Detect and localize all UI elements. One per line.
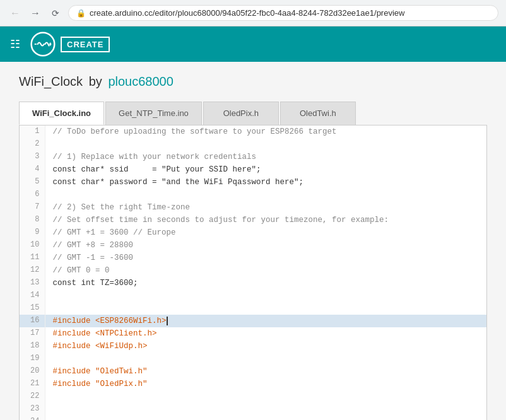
line-content xyxy=(45,416,486,420)
line-content: // ToDo before uploading the software to… xyxy=(45,125,486,138)
code-line-3: 3// 1) Replace with your network credent… xyxy=(20,151,486,163)
grid-menu-icon[interactable]: ☷ xyxy=(10,37,20,51)
code-line-4: 4const char* ssid = "Put your SSID here"… xyxy=(20,163,486,176)
app-header: ☷ CREATE xyxy=(0,26,506,62)
line-content: // Set offset time in seconds to adjust … xyxy=(45,214,486,226)
line-number: 15 xyxy=(20,302,45,315)
forward-button[interactable]: → xyxy=(28,6,43,21)
line-number: 21 xyxy=(20,378,45,390)
browser-toolbar: ← → ⟳ 🔒 create.arduino.cc/editor/plouc68… xyxy=(0,0,506,26)
line-number: 12 xyxy=(20,264,45,277)
lock-icon: 🔒 xyxy=(76,9,86,18)
project-by: by xyxy=(89,74,102,88)
code-line-8: 8// Set offset time in seconds to adjust… xyxy=(20,214,486,226)
code-line-17: 17#include <NTPClient.h> xyxy=(20,327,486,340)
line-number: 11 xyxy=(20,252,45,264)
create-label: CREATE xyxy=(67,40,103,49)
code-line-14: 14 xyxy=(20,289,486,302)
code-line-5: 5const char* password = "and the WiFi Pq… xyxy=(20,176,486,189)
code-line-18: 18#include <WiFiUdp.h> xyxy=(20,340,486,353)
tab-oledtwi-h[interactable]: OledTwi.h xyxy=(280,102,356,125)
line-number: 22 xyxy=(20,390,45,403)
create-badge: CREATE xyxy=(61,37,110,52)
line-content xyxy=(45,289,486,302)
line-number: 9 xyxy=(20,226,45,239)
code-table: 1// ToDo before uploading the software t… xyxy=(20,125,486,420)
line-number: 6 xyxy=(20,189,45,201)
line-number: 14 xyxy=(20,289,45,302)
address-bar[interactable]: 🔒 create.arduino.cc/editor/plouc68000/94… xyxy=(68,5,498,21)
line-number: 5 xyxy=(20,176,45,189)
line-content: #include "OledPix.h" xyxy=(45,378,486,390)
line-content xyxy=(45,390,486,403)
line-number: 19 xyxy=(20,353,45,365)
line-number: 23 xyxy=(20,403,45,416)
code-line-22: 22 xyxy=(20,390,486,403)
reload-button[interactable]: ⟳ xyxy=(48,6,63,21)
line-content: const char* ssid = "Put your SSID here"; xyxy=(45,163,486,176)
code-line-1: 1// ToDo before uploading the software t… xyxy=(20,125,486,138)
line-number: 24 xyxy=(20,416,45,420)
line-content: #include "OledTwi.h" xyxy=(45,365,486,378)
line-content: // 1) Replace with your network credenti… xyxy=(45,151,486,163)
line-number: 10 xyxy=(20,239,45,252)
project-name: WiFi_Clock xyxy=(19,74,83,88)
line-number: 17 xyxy=(20,327,45,340)
line-number: 8 xyxy=(20,214,45,226)
code-line-2: 2 xyxy=(20,138,486,151)
tab-oledpix-h[interactable]: OledPix.h xyxy=(203,102,279,125)
page-content: WiFi_Clock by plouc68000 WiFi_Clock.inoG… xyxy=(0,62,506,420)
line-content xyxy=(45,403,486,416)
line-content: #include <NTPClient.h> xyxy=(45,327,486,340)
url-text: create.arduino.cc/editor/plouc68000/94a0… xyxy=(90,8,404,18)
tabs-container: WiFi_Clock.inoGet_NTP_Time.inoOledPix.hO… xyxy=(19,102,487,125)
code-line-24: 24 xyxy=(20,416,486,420)
line-number: 1 xyxy=(20,125,45,138)
line-content: // GMT +8 = 28800 xyxy=(45,239,486,252)
code-line-12: 12// GMT 0 = 0 xyxy=(20,264,486,277)
line-number: 7 xyxy=(20,201,45,214)
code-area[interactable]: 1// ToDo before uploading the software t… xyxy=(19,125,487,420)
code-line-21: 21#include "OledPix.h" xyxy=(20,378,486,390)
line-number: 18 xyxy=(20,340,45,353)
line-number: 16 xyxy=(20,315,45,327)
tab-get-ntp-time-ino[interactable]: Get_NTP_Time.ino xyxy=(105,102,202,125)
line-content xyxy=(45,189,486,201)
line-content xyxy=(45,353,486,365)
line-content xyxy=(45,138,486,151)
browser-chrome: ← → ⟳ 🔒 create.arduino.cc/editor/plouc68… xyxy=(0,0,506,26)
line-number: 2 xyxy=(20,138,45,151)
project-title: WiFi_Clock by plouc68000 xyxy=(19,74,487,89)
line-number: 20 xyxy=(20,365,45,378)
code-line-15: 15 xyxy=(20,302,486,315)
line-content: const int TZ=3600; xyxy=(45,277,486,289)
code-line-13: 13const int TZ=3600; xyxy=(20,277,486,289)
project-author[interactable]: plouc68000 xyxy=(108,74,173,88)
code-line-7: 7// 2) Set the right Time-zone xyxy=(20,201,486,214)
line-number: 4 xyxy=(20,163,45,176)
code-line-20: 20#include "OledTwi.h" xyxy=(20,365,486,378)
code-line-11: 11// GMT -1 = -3600 xyxy=(20,252,486,264)
code-line-6: 6 xyxy=(20,189,486,201)
back-button[interactable]: ← xyxy=(8,6,23,21)
arduino-logo xyxy=(30,32,56,57)
line-content: #include <WiFiUdp.h> xyxy=(45,340,486,353)
code-line-9: 9// GMT +1 = 3600 // Europe xyxy=(20,226,486,239)
line-content: const char* password = "and the WiFi Pqa… xyxy=(45,176,486,189)
line-content: // GMT -1 = -3600 xyxy=(45,252,486,264)
line-number: 3 xyxy=(20,151,45,163)
line-content: // 2) Set the right Time-zone xyxy=(45,201,486,214)
tab-wifi-clock-ino[interactable]: WiFi_Clock.ino xyxy=(19,102,104,125)
line-content xyxy=(45,302,486,315)
code-line-10: 10// GMT +8 = 28800 xyxy=(20,239,486,252)
code-line-23: 23 xyxy=(20,403,486,416)
code-line-16: 16#include <ESP8266WiFi.h> xyxy=(20,315,486,327)
code-line-19: 19 xyxy=(20,353,486,365)
line-content: #include <ESP8266WiFi.h> xyxy=(45,315,486,327)
line-number: 13 xyxy=(20,277,45,289)
line-content: // GMT 0 = 0 xyxy=(45,264,486,277)
line-content: // GMT +1 = 3600 // Europe xyxy=(45,226,486,239)
